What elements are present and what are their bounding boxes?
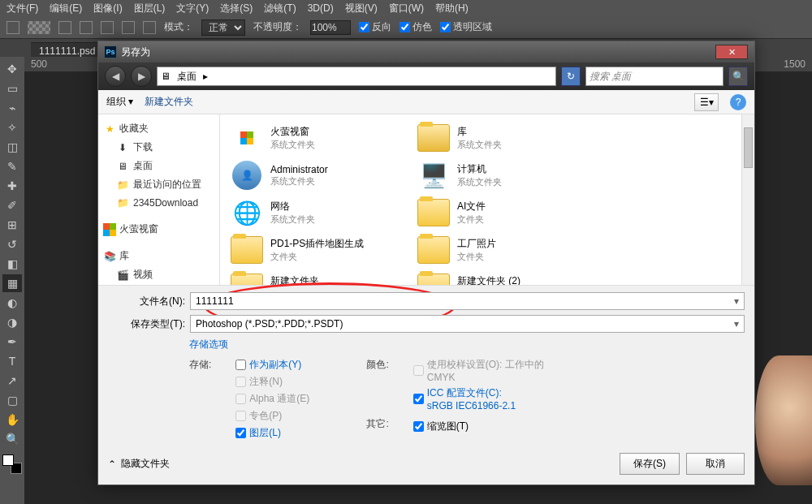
forward-button[interactable]: ▶	[131, 66, 152, 87]
dialog-navbar: ◀ ▶ 🖥 桌面 ▸ ↻ 搜索 桌面 🔍	[98, 62, 754, 90]
nav-downloads[interactable]: ⬇下载	[102, 138, 216, 157]
save-button[interactable]: 保存(S)	[620, 453, 680, 475]
shape-tool-icon[interactable]: ▢	[2, 391, 22, 409]
breadcrumb-desktop[interactable]: 桌面	[174, 68, 200, 85]
gradient-type-diamond-icon[interactable]	[143, 21, 156, 34]
file-item[interactable]: 工厂照片文件夹	[415, 233, 594, 267]
path-tool-icon[interactable]: ↗	[2, 372, 22, 390]
file-item[interactable]: AI文件文件夹	[415, 196, 594, 230]
dialog-title: 另存为	[121, 45, 150, 59]
hide-folders-link[interactable]: 隐藏文件夹	[121, 457, 170, 471]
file-item[interactable]: 火萤视窗系统文件夹	[228, 121, 407, 155]
alpha-check: Alpha 通道(E)	[235, 392, 309, 406]
menu-3d[interactable]: 3D(D)	[308, 2, 334, 14]
menu-filter[interactable]: 滤镜(T)	[264, 2, 296, 15]
filetype-select[interactable]: Photoshop (*.PSD;*.PDD;*.PSDT)	[190, 315, 745, 333]
chevron-right-icon[interactable]: ▸	[203, 71, 208, 82]
gradient-tool-icon[interactable]	[6, 21, 19, 34]
gradient-type-radial-icon[interactable]	[80, 21, 93, 34]
search-button[interactable]: 🔍	[728, 67, 748, 86]
eraser-tool-icon[interactable]: ◧	[2, 255, 22, 273]
menu-type[interactable]: 文字(Y)	[176, 2, 209, 15]
menu-help[interactable]: 帮助(H)	[435, 2, 469, 15]
as-copy-check[interactable]: 作为副本(Y)	[235, 358, 309, 372]
gradient-tool-icon[interactable]: ▦	[2, 274, 22, 292]
file-item[interactable]: 新建文件夹文件夹	[228, 270, 407, 285]
cancel-button[interactable]: 取消	[686, 453, 745, 475]
menu-image[interactable]: 图像(I)	[93, 2, 122, 15]
marquee-tool-icon[interactable]: ▭	[2, 80, 22, 97]
filename-input[interactable]: 1111111	[190, 292, 745, 310]
move-tool-icon[interactable]: ✥	[2, 60, 22, 78]
help-button[interactable]: ?	[730, 94, 746, 110]
blur-tool-icon[interactable]: ◐	[2, 294, 22, 312]
opacity-input[interactable]	[310, 20, 351, 35]
icc-check[interactable]: ICC 配置文件(C):sRGB IEC61966-2.1	[413, 386, 557, 411]
wand-tool-icon[interactable]: ✧	[2, 118, 22, 136]
nav-desktop[interactable]: 🖥桌面	[102, 157, 216, 175]
folder-icon	[417, 235, 451, 265]
heal-tool-icon[interactable]: ✚	[2, 177, 22, 195]
expand-icon[interactable]: ⌃	[108, 459, 116, 470]
back-button[interactable]: ◀	[105, 66, 126, 87]
transparency-check[interactable]: 透明区域	[440, 20, 492, 34]
menu-edit[interactable]: 编辑(E)	[50, 2, 82, 15]
dodge-tool-icon[interactable]: ◑	[2, 313, 22, 331]
file-list[interactable]: 火萤视窗系统文件夹库系统文件夹👤Administrator系统文件夹🖥️计算机系…	[220, 114, 754, 285]
brush-tool-icon[interactable]: ✐	[2, 196, 22, 214]
stamp-tool-icon[interactable]: ⊞	[2, 216, 22, 234]
menu-file[interactable]: 文件(F)	[6, 2, 38, 15]
eyedropper-tool-icon[interactable]: ✎	[2, 157, 22, 175]
dialog-titlebar[interactable]: Ps 另存为 ✕	[98, 41, 754, 62]
nav-recent[interactable]: 📁最近访问的位置	[102, 175, 216, 194]
reverse-check[interactable]: 反向	[359, 20, 391, 34]
zoom-tool-icon[interactable]: 🔍	[2, 430, 22, 448]
close-button[interactable]: ✕	[715, 45, 748, 59]
nav-libraries[interactable]: 📚库	[102, 247, 216, 265]
dialog-bottom: 文件名(N): 1111111 保存类型(T): Photoshop (*.PS…	[98, 285, 754, 485]
history-brush-tool-icon[interactable]: ↺	[2, 235, 22, 253]
refresh-button[interactable]: ↻	[561, 67, 581, 86]
gradient-type-linear-icon[interactable]	[58, 21, 71, 34]
organize-button[interactable]: 组织 ▾	[106, 95, 133, 109]
dialog-toolbar: 组织 ▾ 新建文件夹 ☰▾ ?	[98, 90, 754, 114]
save-options-link[interactable]: 存储选项	[189, 338, 228, 350]
nav-2345[interactable]: 📁2345Download	[102, 194, 216, 212]
type-tool-icon[interactable]: T	[2, 352, 22, 370]
color-swatches[interactable]	[2, 454, 22, 474]
mode-select[interactable]: 正常	[201, 19, 245, 36]
nav-huoying[interactable]: 火萤视窗	[102, 220, 216, 239]
save-as-dialog: Ps 另存为 ✕ ◀ ▶ 🖥 桌面 ▸ ↻ 搜索 桌面 🔍 组织 ▾ 新建文件夹…	[97, 41, 755, 485]
file-item[interactable]: 🖥️计算机系统文件夹	[415, 158, 594, 192]
folder-icon	[417, 197, 451, 228]
scroll-thumb[interactable]	[744, 127, 753, 168]
file-item[interactable]: 库系统文件夹	[415, 121, 594, 155]
pen-tool-icon[interactable]: ✒	[2, 333, 22, 351]
dither-check[interactable]: 仿色	[400, 20, 432, 34]
address-bar[interactable]: 🖥 桌面 ▸	[157, 67, 556, 86]
menu-view[interactable]: 视图(V)	[345, 2, 378, 15]
search-input[interactable]: 搜索 桌面	[585, 67, 723, 86]
menu-select[interactable]: 选择(S)	[220, 2, 253, 15]
file-item[interactable]: 🌐网络系统文件夹	[228, 196, 407, 230]
nav-favorites[interactable]: ★收藏夹	[102, 119, 216, 138]
nav-video[interactable]: 🎬视频	[102, 265, 216, 284]
layers-check[interactable]: 图层(L)	[235, 426, 309, 440]
hand-tool-icon[interactable]: ✋	[2, 411, 22, 429]
menu-window[interactable]: 窗口(W)	[389, 2, 424, 15]
file-item[interactable]: 新建文件夹 (2)文件夹	[415, 270, 594, 285]
lasso-tool-icon[interactable]: ⌁	[2, 99, 22, 117]
folder-icon: 🌐	[230, 197, 264, 228]
file-item[interactable]: 👤Administrator系统文件夹	[228, 158, 407, 192]
thumbnail-check[interactable]: 缩览图(T)	[413, 420, 557, 433]
menu-layer[interactable]: 图层(L)	[134, 2, 166, 15]
gradient-type-reflected-icon[interactable]	[122, 21, 135, 34]
file-item[interactable]: PD1-PS插件地图生成文件夹	[228, 233, 407, 267]
gradient-swatch[interactable]	[28, 21, 50, 34]
scrollbar[interactable]	[741, 114, 754, 285]
folder-icon: 🖥️	[417, 160, 451, 191]
view-mode-button[interactable]: ☰▾	[694, 93, 719, 111]
crop-tool-icon[interactable]: ◫	[2, 138, 22, 156]
new-folder-button[interactable]: 新建文件夹	[145, 95, 193, 109]
gradient-type-angle-icon[interactable]	[101, 21, 114, 34]
